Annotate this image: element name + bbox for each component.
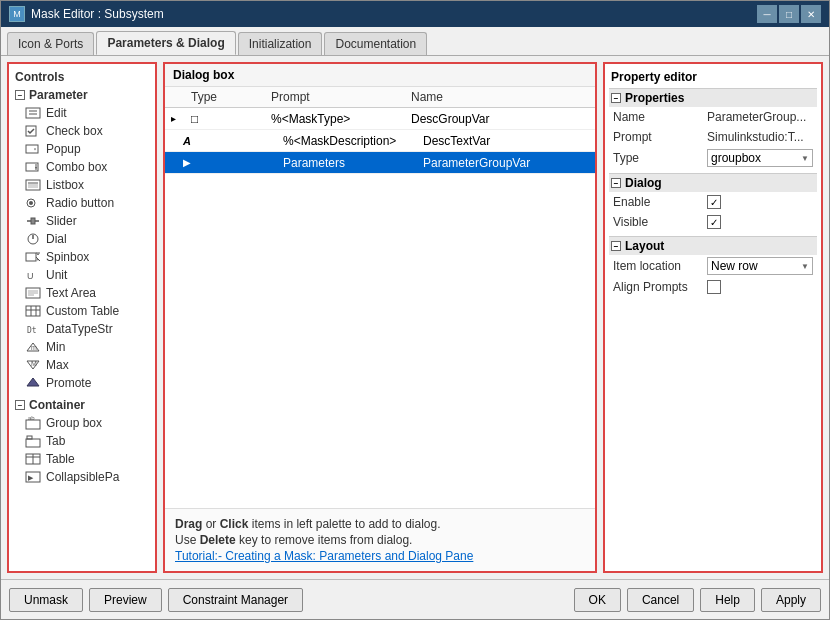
ok-button[interactable]: OK <box>574 588 621 612</box>
properties-section-header[interactable]: − Properties <box>609 88 817 107</box>
prop-visible-row: Visible ✓ <box>609 212 817 232</box>
ctrl-min-label: Min <box>46 340 65 354</box>
preview-button[interactable]: Preview <box>89 588 162 612</box>
layout-collapse-icon[interactable]: − <box>611 241 621 251</box>
prop-itemlocation-label: Item location <box>613 259 703 273</box>
prop-visible-checkbox[interactable]: ✓ <box>707 215 721 229</box>
tab-documentation[interactable]: Documentation <box>324 32 427 55</box>
svg-rect-38 <box>27 436 32 439</box>
prop-visible-label: Visible <box>613 215 703 229</box>
ctrl-textarea[interactable]: Text Area <box>9 284 155 302</box>
content-area: Controls − Parameter Edit Check box <box>1 56 829 579</box>
tab-icon-ports[interactable]: Icon & Ports <box>7 32 94 55</box>
ctrl-combobox[interactable]: Combo box <box>9 158 155 176</box>
popup-icon <box>25 142 41 156</box>
groupbox-icon: ab <box>25 416 41 430</box>
svg-text:ab: ab <box>28 416 35 421</box>
ctrl-slider[interactable]: Slider <box>9 212 155 230</box>
prop-alignprompts-checkbox[interactable] <box>707 280 721 294</box>
row-name-3: ParameterGroupVar <box>423 156 589 170</box>
prop-prompt-label: Prompt <box>613 130 703 144</box>
unit-icon: U <box>25 268 41 282</box>
ctrl-unit-label: Unit <box>46 268 67 282</box>
close-button[interactable]: ✕ <box>801 5 821 23</box>
ctrl-radiobutton-label: Radio button <box>46 196 114 210</box>
slider-icon <box>25 214 41 228</box>
ctrl-edit-label: Edit <box>46 106 67 120</box>
cancel-button[interactable]: Cancel <box>627 588 694 612</box>
minimize-button[interactable]: ─ <box>757 5 777 23</box>
dialog-section-header[interactable]: − Dialog <box>609 173 817 192</box>
layout-section-header[interactable]: − Layout <box>609 236 817 255</box>
parameter-section-header[interactable]: − Parameter <box>9 86 155 104</box>
ctrl-datatypestr[interactable]: Dt DataTypeStr <box>9 320 155 338</box>
ctrl-radiobutton[interactable]: Radio button <box>9 194 155 212</box>
ctrl-min[interactable]: m Min <box>9 338 155 356</box>
ctrl-tab[interactable]: Tab <box>9 432 155 450</box>
table-row[interactable]: ▶ Parameters ParameterGroupVar <box>165 152 595 174</box>
table-row[interactable]: ▸ □ %<MaskType> DescGroupVar <box>165 108 595 130</box>
prop-type-dropdown-arrow: ▼ <box>801 154 809 163</box>
maximize-button[interactable]: □ <box>779 5 799 23</box>
titlebar: M Mask Editor : Subsystem ─ □ ✕ <box>1 1 829 27</box>
prop-type-dropdown[interactable]: groupbox ▼ <box>707 149 813 167</box>
tab-parameters-dialog[interactable]: Parameters & Dialog <box>96 31 235 55</box>
col-prompt: Prompt <box>271 90 411 104</box>
container-collapse-icon[interactable]: − <box>15 400 25 410</box>
table-row[interactable]: A %<MaskDescription> DescTextVar <box>165 130 595 152</box>
listbox-icon <box>25 178 41 192</box>
checkbox-icon <box>25 124 41 138</box>
window-title: Mask Editor : Subsystem <box>31 7 164 21</box>
prop-itemlocation-value: New row <box>711 259 758 273</box>
ctrl-promote[interactable]: Promote <box>9 374 155 392</box>
col-expand <box>171 90 191 104</box>
tab-initialization[interactable]: Initialization <box>238 32 323 55</box>
help-button[interactable]: Help <box>700 588 755 612</box>
dialog-box-panel: Dialog box Type Prompt Name ▸ □ %<MaskTy… <box>163 62 597 573</box>
dialog-collapse-icon[interactable]: − <box>611 178 621 188</box>
svg-rect-17 <box>26 253 36 261</box>
svg-point-12 <box>29 201 33 205</box>
ctrl-max-label: Max <box>46 358 69 372</box>
ctrl-max[interactable]: M Max <box>9 356 155 374</box>
constraint-manager-button[interactable]: Constraint Manager <box>168 588 303 612</box>
ctrl-listbox[interactable]: Listbox <box>9 176 155 194</box>
svg-rect-4 <box>26 145 38 153</box>
properties-collapse-icon[interactable]: − <box>611 93 621 103</box>
dialog-section-label: Dialog <box>625 176 662 190</box>
ctrl-customtable[interactable]: Custom Table <box>9 302 155 320</box>
col-name: Name <box>411 90 589 104</box>
collapsible-icon: ▶ <box>25 470 41 484</box>
spinbox-icon <box>25 250 41 264</box>
row-expand-icon: ▸ <box>171 113 191 124</box>
apply-button[interactable]: Apply <box>761 588 821 612</box>
ctrl-table[interactable]: Table <box>9 450 155 468</box>
prop-enable-checkbox[interactable]: ✓ <box>707 195 721 209</box>
property-editor-title: Property editor <box>609 68 817 88</box>
titlebar-controls: ─ □ ✕ <box>757 5 821 23</box>
prop-itemlocation-dropdown[interactable]: New row ▼ <box>707 257 813 275</box>
ctrl-edit[interactable]: Edit <box>9 104 155 122</box>
main-window: M Mask Editor : Subsystem ─ □ ✕ Icon & P… <box>0 0 830 620</box>
titlebar-left: M Mask Editor : Subsystem <box>9 6 164 22</box>
prop-enable-label: Enable <box>613 195 703 209</box>
row-type: □ <box>191 112 271 126</box>
dialog-section: − Dialog Enable ✓ Visible ✓ <box>609 173 817 232</box>
datatypestr-icon: Dt <box>25 322 41 336</box>
ctrl-unit[interactable]: U Unit <box>9 266 155 284</box>
ctrl-groupbox[interactable]: ab Group box <box>9 414 155 432</box>
prop-name-label: Name <box>613 110 703 124</box>
container-section-label: Container <box>29 398 85 412</box>
ctrl-popup[interactable]: Popup <box>9 140 155 158</box>
container-section-header[interactable]: − Container <box>9 396 155 414</box>
ctrl-dial[interactable]: Dial <box>9 230 155 248</box>
unmask-button[interactable]: Unmask <box>9 588 83 612</box>
edit-icon <box>25 106 41 120</box>
svg-rect-14 <box>31 218 35 224</box>
tutorial-link[interactable]: Tutorial:- Creating a Mask: Parameters a… <box>175 549 473 563</box>
ctrl-spinbox[interactable]: Spinbox <box>9 248 155 266</box>
dialog-footer: Drag or Click items in left palette to a… <box>165 508 595 571</box>
ctrl-checkbox[interactable]: Check box <box>9 122 155 140</box>
parameter-collapse-icon[interactable]: − <box>15 90 25 100</box>
ctrl-collapsible[interactable]: ▶ CollapsiblePa <box>9 468 155 486</box>
